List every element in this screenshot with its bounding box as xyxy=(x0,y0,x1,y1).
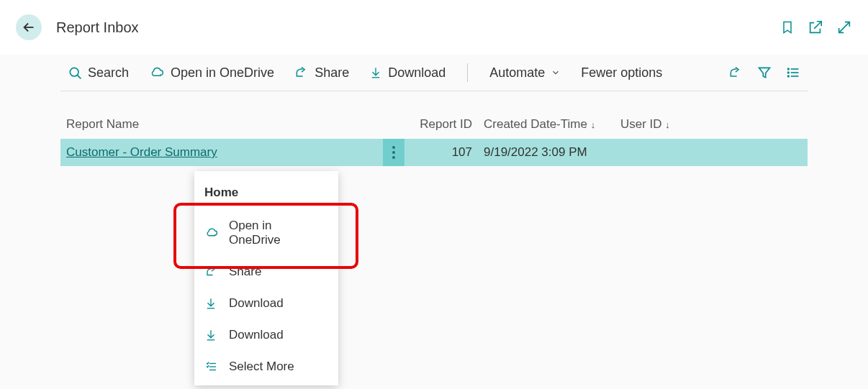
context-menu-heading: Home xyxy=(194,175,338,210)
page-header: Report Inbox xyxy=(0,0,868,55)
ctx-select-more-label: Select More xyxy=(229,360,294,374)
svg-point-12 xyxy=(392,146,395,149)
command-divider xyxy=(467,63,468,82)
automate-command[interactable]: Automate xyxy=(489,65,561,81)
share-label: Share xyxy=(315,65,349,81)
column-report-id[interactable]: Report ID xyxy=(412,117,484,132)
cell-report-name: Customer - Order Summary xyxy=(66,145,383,160)
sort-desc-icon: ↓ xyxy=(665,119,670,130)
table-row[interactable]: Customer - Order Summary 107 9/19/2022 3… xyxy=(60,139,808,166)
list-icon[interactable] xyxy=(786,65,800,80)
search-command[interactable]: Search xyxy=(68,65,129,81)
svg-point-1 xyxy=(70,68,78,76)
report-link[interactable]: Customer - Order Summary xyxy=(66,145,217,159)
open-onedrive-label: Open in OneDrive xyxy=(171,65,274,81)
cloud-icon xyxy=(149,65,165,80)
svg-line-2 xyxy=(77,75,81,78)
download-label: Download xyxy=(388,65,446,81)
report-table: Report Name Report ID Created Date-Time … xyxy=(0,117,868,166)
share-icon xyxy=(294,65,309,80)
select-more-icon xyxy=(204,360,220,373)
popout-icon[interactable] xyxy=(808,19,823,35)
row-more-button[interactable] xyxy=(383,139,404,166)
ctx-download-1-label: Download xyxy=(229,296,284,311)
header-actions xyxy=(780,19,852,35)
more-vertical-icon xyxy=(392,146,395,159)
cloud-icon xyxy=(204,226,220,239)
download-command[interactable]: Download xyxy=(369,65,446,81)
expand-icon[interactable] xyxy=(836,19,852,35)
column-report-name[interactable]: Report Name xyxy=(66,117,383,132)
table-header-row: Report Name Report ID Created Date-Time … xyxy=(60,117,808,139)
column-created[interactable]: Created Date-Time ↓ xyxy=(484,117,620,132)
cell-report-id: 107 xyxy=(412,145,484,160)
open-onedrive-command[interactable]: Open in OneDrive xyxy=(149,65,274,81)
ctx-download-2-label: Download xyxy=(229,328,284,342)
search-label: Search xyxy=(88,65,129,81)
svg-marker-5 xyxy=(759,68,770,77)
ctx-share-label: Share xyxy=(229,265,261,279)
share-icon xyxy=(204,265,220,278)
chevron-down-icon xyxy=(551,68,561,78)
download-icon xyxy=(204,329,220,342)
column-user-id[interactable]: User ID ↓ xyxy=(620,117,707,132)
page-title: Report Inbox xyxy=(56,19,780,36)
share-command[interactable]: Share xyxy=(294,65,349,81)
sort-desc-icon: ↓ xyxy=(591,119,596,130)
svg-point-9 xyxy=(788,68,790,70)
ctx-download-2[interactable]: Download xyxy=(194,319,338,351)
automate-label: Automate xyxy=(489,65,545,81)
svg-point-14 xyxy=(392,156,395,159)
svg-point-10 xyxy=(788,72,790,73)
download-icon xyxy=(369,65,382,80)
ctx-open-onedrive[interactable]: Open in OneDrive xyxy=(194,210,338,256)
back-button[interactable] xyxy=(16,14,42,40)
search-icon xyxy=(68,65,82,80)
command-bar: Search Open in OneDrive Share Download A… xyxy=(60,55,808,91)
bookmark-icon[interactable] xyxy=(780,19,795,35)
back-arrow-icon xyxy=(21,19,37,35)
svg-point-11 xyxy=(788,75,790,77)
cell-created: 9/19/2022 3:09 PM xyxy=(484,145,620,160)
download-icon xyxy=(204,297,220,310)
ctx-select-more[interactable]: Select More xyxy=(194,351,338,383)
ctx-open-onedrive-label: Open in OneDrive xyxy=(229,219,327,247)
ctx-share[interactable]: Share xyxy=(194,256,338,288)
fewer-options-label: Fewer options xyxy=(581,65,662,81)
svg-point-13 xyxy=(392,151,395,154)
ctx-download-1[interactable]: Download xyxy=(194,288,338,319)
filter-icon[interactable] xyxy=(757,65,772,80)
fewer-options-command[interactable]: Fewer options xyxy=(581,65,662,81)
context-menu: Home Open in OneDrive Share Download Dow… xyxy=(194,171,338,385)
share-page-icon[interactable] xyxy=(728,65,743,80)
